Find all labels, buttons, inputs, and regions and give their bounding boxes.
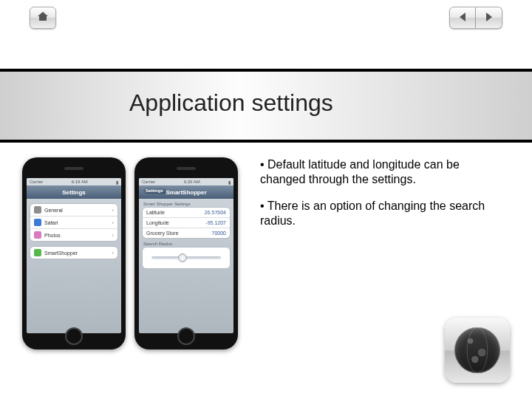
- row-label: General: [44, 208, 63, 213]
- section-label: Search Radius: [139, 239, 233, 247]
- carrier-label: Carrier: [142, 180, 155, 184]
- row-label: Latitude: [146, 210, 165, 215]
- photos-icon: [34, 231, 41, 239]
- home-button[interactable]: [30, 7, 56, 29]
- globe-badge: [445, 318, 510, 383]
- settings-row-general[interactable]: General ›: [30, 204, 117, 216]
- chevron-right-icon: ›: [112, 219, 114, 226]
- triangle-left-icon: [459, 11, 466, 24]
- row-longitude[interactable]: Longitude -95.1207: [143, 218, 230, 228]
- battery-icon: ▮: [116, 180, 118, 185]
- battery-icon: ▮: [228, 180, 231, 185]
- prev-button[interactable]: [449, 7, 476, 29]
- navbar: Settings SmartShopper: [139, 185, 233, 199]
- carrier-label: Carrier: [30, 180, 43, 184]
- row-value: 26.57604: [205, 210, 226, 215]
- gear-icon: [34, 206, 41, 214]
- navbar: Settings: [27, 185, 121, 199]
- row-value: 70000: [212, 231, 226, 236]
- slider-track[interactable]: [151, 256, 221, 259]
- time-label: 6:19 AM: [72, 180, 88, 184]
- triangle-right-icon: [485, 11, 493, 24]
- row-label: Safari: [44, 220, 58, 225]
- phone-mock-settings: Carrier 6:19 AM ▮ Settings General › Saf…: [22, 157, 126, 349]
- section-label: Smart Shopper Settings: [139, 199, 233, 207]
- row-label: Grocery Store: [146, 231, 179, 236]
- settings-row-smartshopper[interactable]: SmartShopper ›: [30, 247, 117, 259]
- chevron-right-icon: ›: [112, 232, 114, 239]
- navbar-title: SmartShopper: [166, 189, 206, 196]
- time-label: 6:20 AM: [184, 180, 200, 184]
- globe-icon: [454, 327, 500, 373]
- phone-mock-smartshopper: Carrier 6:20 AM ▮ Settings SmartShopper …: [134, 157, 238, 349]
- bullet-item: • Default latitude and longitude can be …: [260, 157, 502, 187]
- page-title: Application settings: [0, 69, 532, 117]
- row-latitude[interactable]: Latitude 26.57604: [143, 208, 230, 218]
- settings-row-photos[interactable]: Photos ›: [30, 229, 117, 241]
- navbar-title: Settings: [62, 189, 86, 196]
- slider-thumb[interactable]: [178, 253, 187, 262]
- safari-icon: [34, 219, 41, 226]
- home-icon: [37, 11, 49, 24]
- next-button[interactable]: [476, 7, 502, 29]
- chevron-right-icon: ›: [112, 250, 114, 256]
- row-value: -95.1207: [205, 220, 226, 225]
- bullet-item: • There is an option of changing the sea…: [260, 199, 502, 228]
- settings-row-safari[interactable]: Safari ›: [30, 216, 117, 229]
- row-grocery-store[interactable]: Grocery Store 70000: [143, 228, 230, 238]
- row-label: Photos: [44, 233, 61, 238]
- back-button[interactable]: Settings: [141, 188, 166, 194]
- chevron-right-icon: ›: [112, 207, 114, 214]
- row-search-radius-slider[interactable]: [143, 248, 230, 268]
- status-bar: Carrier 6:20 AM ▮: [139, 178, 233, 185]
- row-label: SmartShopper: [44, 250, 78, 256]
- title-band: Application settings: [0, 69, 532, 143]
- row-label: Longitude: [146, 220, 169, 225]
- app-icon: [34, 249, 41, 256]
- status-bar: Carrier 6:19 AM ▮: [27, 178, 121, 185]
